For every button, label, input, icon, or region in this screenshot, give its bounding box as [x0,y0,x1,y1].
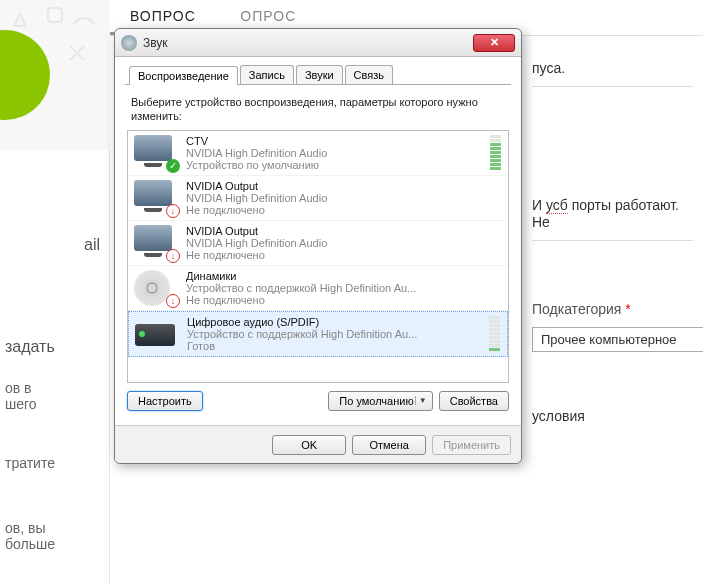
bg-text-3: ов в [5,380,32,396]
dialog-tabstrip: Воспроизведение Запись Звуки Связь [125,65,511,85]
device-info: ДинамикиУстройство с поддержкой High Def… [186,270,502,306]
subcategory-label: Подкатегория * [532,301,693,317]
level-meter [489,316,501,351]
bg-text-ail: ail [5,236,100,254]
device-info: NVIDIA OutputNVIDIA High Definition Audi… [186,225,502,261]
device-info: Цифровое аудио (S/PDIF)Устройство с подд… [187,316,483,352]
level-meter [490,135,502,170]
bg-text-6: ов, вы [5,520,46,536]
tab-sounds[interactable]: Звуки [296,65,343,84]
bg-right-text-2: И усб порты работают. Не [532,197,693,230]
instruction-text: Выберите устройство воспроизведения, пар… [131,95,505,124]
close-button[interactable]: ✕ [473,34,515,52]
device-driver: NVIDIA High Definition Audio [186,192,502,204]
panel-button-row: Настроить По умолчанию Свойства [127,391,509,411]
monitor-icon: ✓ [134,135,178,171]
monitor-icon [134,180,178,216]
configure-button[interactable]: Настроить [127,391,203,411]
device-row[interactable]: ✓CTVNVIDIA High Definition AudioУстройст… [128,131,508,176]
device-row[interactable]: NVIDIA OutputNVIDIA High Definition Audi… [128,221,508,266]
conditions-text: условия [532,408,693,424]
device-name: Цифровое аудио (S/PDIF) [187,316,483,328]
device-list[interactable]: ✓CTVNVIDIA High Definition AudioУстройст… [127,130,509,383]
check-icon: ✓ [166,159,180,173]
sound-icon [121,35,137,51]
sound-dialog: Звук ✕ Воспроизведение Запись Звуки Связ… [114,28,522,464]
device-row[interactable]: Цифровое аудио (S/PDIF)Устройство с подд… [128,311,508,357]
tab-comm[interactable]: Связь [345,65,393,84]
cancel-button[interactable]: Отмена [352,435,426,455]
bg-text-zadat: задать [5,338,55,356]
device-status: Не подключено [186,294,502,306]
device-driver: Устройство с поддержкой High Definition … [186,282,502,294]
bg-text-4: шего [5,396,37,412]
monitor-icon [134,225,178,261]
device-row[interactable]: ДинамикиУстройство с поддержкой High Def… [128,266,508,311]
set-default-button[interactable]: По умолчанию [328,391,432,411]
device-status: Не подключено [186,249,502,261]
dialog-title: Звук [143,36,473,50]
device-driver: NVIDIA High Definition Audio [186,237,502,249]
bg-right-text-1: пуса. [532,60,693,76]
device-name: Динамики [186,270,502,282]
svg-marker-0 [14,14,26,26]
device-name: NVIDIA Output [186,225,502,237]
device-driver: NVIDIA High Definition Audio [186,147,484,159]
dialog-body: Воспроизведение Запись Звуки Связь Выбер… [115,57,521,425]
disconnected-icon [166,204,180,218]
ok-button[interactable]: OK [272,435,346,455]
dialog-footer: OK Отмена Применить [115,425,521,463]
amp-icon [135,316,179,352]
tab-playback[interactable]: Воспроизведение [129,66,238,85]
device-status: Устройство по умолчанию [186,159,484,171]
dialog-titlebar[interactable]: Звук ✕ [115,29,521,57]
device-status: Готов [187,340,483,352]
speaker-icon [134,270,178,306]
device-name: CTV [186,135,484,147]
disconnected-icon [166,294,180,308]
svg-rect-1 [48,8,62,22]
tab-record[interactable]: Запись [240,65,294,84]
properties-button[interactable]: Свойства [439,391,509,411]
device-status: Не подключено [186,204,502,216]
device-info: NVIDIA OutputNVIDIA High Definition Audi… [186,180,502,216]
apply-button[interactable]: Применить [432,435,511,455]
device-driver: Устройство с поддержкой High Definition … [187,328,483,340]
device-row[interactable]: NVIDIA OutputNVIDIA High Definition Audi… [128,176,508,221]
subcategory-dropdown[interactable]: Прочее компьютерное [532,327,703,352]
tab-panel-playback: Выберите устройство воспроизведения, пар… [125,85,511,415]
bg-text-7: больше [5,536,55,552]
background-left-sidebar: ail задать ов в шего тратите ов, вы боль… [0,0,110,584]
device-name: NVIDIA Output [186,180,502,192]
close-icon: ✕ [490,36,499,49]
underlined-word: усб [546,197,568,214]
device-info: CTVNVIDIA High Definition AudioУстройств… [186,135,484,171]
bg-text-5: тратите [5,455,55,471]
disconnected-icon [166,249,180,263]
background-right-content: пуса. И усб порты работают. Не Подкатего… [522,50,703,444]
